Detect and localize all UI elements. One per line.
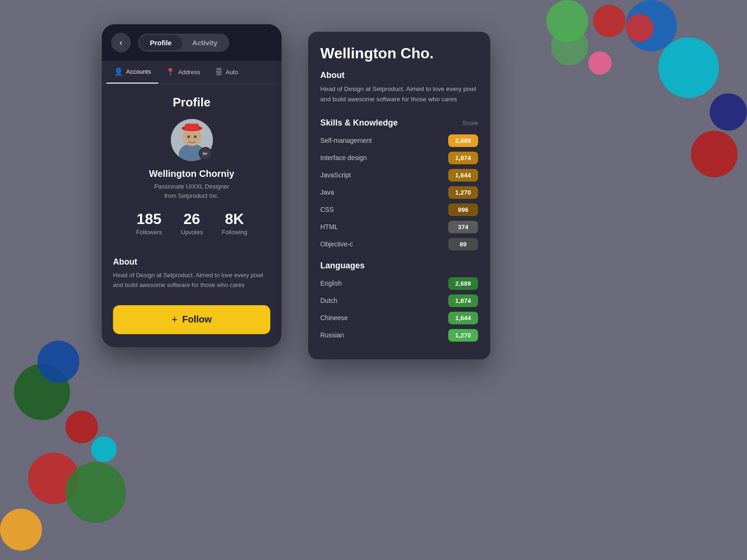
language-score: 2,689 <box>448 277 478 290</box>
stat-upvotes: 26 Upvotes <box>181 210 203 236</box>
skill-score: 1,644 <box>448 169 478 182</box>
skills-title: Skills & Knowledge <box>320 118 398 128</box>
tab-group: Profile Activity <box>138 34 229 52</box>
skill-bar: 1,644 <box>381 169 478 182</box>
skill-bar: 996 <box>381 203 478 216</box>
skill-name: Java <box>320 189 381 196</box>
svg-point-5 <box>187 135 190 138</box>
profile-name: Wellington Chorniy <box>113 168 270 179</box>
skill-name: Interface design <box>320 154 381 161</box>
skill-name: Self-management <box>320 137 381 144</box>
profile-bio: Passionate UIXXL Designer from Setproduc… <box>113 182 270 200</box>
skills-header: Skills & Knowledge Score <box>320 118 478 128</box>
svg-rect-4 <box>185 124 199 130</box>
skill-bar: 1,874 <box>381 152 478 164</box>
skill-score: 1,874 <box>448 152 478 164</box>
language-row: English 2,689 <box>320 277 478 290</box>
skill-row: HTML 374 <box>320 221 478 233</box>
skill-row: Java 1,270 <box>320 186 478 199</box>
avatar-wrap: ✏ <box>171 119 213 161</box>
skill-name: Objective-c <box>320 240 381 248</box>
skills-list: Self-management 2,689 Interface design 1… <box>320 134 478 251</box>
followers-label: Followers <box>136 229 162 236</box>
skill-score: 89 <box>448 238 478 251</box>
about-section: About Head of Design at Setproduct. Aime… <box>102 257 282 300</box>
svg-point-6 <box>194 135 197 138</box>
skill-score: 996 <box>448 203 478 216</box>
skill-score: 374 <box>448 221 478 233</box>
skill-row: CSS 996 <box>320 203 478 216</box>
following-count: 8K <box>222 210 247 228</box>
profile-section: Profile <box>102 84 282 257</box>
skill-name: JavaScript <box>320 171 381 179</box>
language-name: Chineese <box>320 314 367 322</box>
stats-row: 185 Followers 26 Upvotes 8K Following <box>113 210 270 236</box>
edit-avatar-button[interactable]: ✏ <box>199 147 212 160</box>
nav-tab-address[interactable]: 📍 Address <box>158 61 208 84</box>
languages-list: English 2,689 Dutch 1,874 Chineese 1,644… <box>320 277 478 342</box>
tab-profile[interactable]: Profile <box>140 35 182 50</box>
language-name: Russian <box>320 331 367 339</box>
skill-row: Self-management 2,689 <box>320 134 478 147</box>
tab-activity[interactable]: Activity <box>182 35 228 50</box>
following-label: Following <box>222 229 247 236</box>
nav-tab-auto[interactable]: 🗄 Auto <box>208 61 246 84</box>
upvotes-label: Upvotes <box>181 229 203 236</box>
language-row: Dutch 1,874 <box>320 294 478 307</box>
nav-tabs: 👤 Accounts 📍 Address 🗄 Auto <box>102 61 282 84</box>
panel-about-text: Head of Design at Setproduct. Aimed to l… <box>320 84 478 105</box>
skill-score: 2,689 <box>448 134 478 147</box>
right-panel: Wellington Cho. About Head of Design at … <box>308 32 490 359</box>
language-score: 1,874 <box>448 294 478 307</box>
skill-bar: 374 <box>381 221 478 233</box>
follow-plus-icon: + <box>171 314 177 326</box>
about-text: Head of Design at Setproduct. Aimed to l… <box>113 271 270 290</box>
nav-tab-auto-label: Auto <box>226 69 238 76</box>
language-row: Russian 1,270 <box>320 329 478 342</box>
skill-row: Objective-c 89 <box>320 238 478 251</box>
profile-title: Profile <box>113 95 270 110</box>
skill-name: CSS <box>320 206 381 213</box>
language-row: Chineese 1,644 <box>320 312 478 324</box>
score-label: Score <box>462 119 478 126</box>
language-name: Dutch <box>320 297 367 304</box>
skill-name: HTML <box>320 223 381 231</box>
skill-row: Interface design 1,874 <box>320 152 478 164</box>
address-icon: 📍 <box>166 68 175 77</box>
follow-button[interactable]: + Follow <box>113 305 270 334</box>
language-name: English <box>320 280 367 287</box>
edit-icon: ✏ <box>203 150 208 157</box>
upvotes-count: 26 <box>181 210 203 228</box>
back-button[interactable]: ‹ <box>111 33 131 52</box>
skill-bar: 2,689 <box>381 134 478 147</box>
languages-title: Languages <box>320 261 478 271</box>
auto-icon: 🗄 <box>215 68 223 77</box>
language-score: 1,644 <box>448 312 478 324</box>
languages-section: Languages English 2,689 Dutch 1,874 Chin… <box>320 261 478 342</box>
panel-username: Wellington Cho. <box>320 45 478 62</box>
skill-score: 1,270 <box>448 186 478 199</box>
follow-label: Follow <box>182 314 211 325</box>
stat-followers: 185 Followers <box>136 210 162 236</box>
phone-card: ‹ Profile Activity 👤 Accounts 📍 Address … <box>102 24 282 347</box>
panel-about-title: About <box>320 70 478 80</box>
nav-tab-accounts[interactable]: 👤 Accounts <box>106 61 158 84</box>
accounts-icon: 👤 <box>114 67 123 76</box>
nav-tab-address-label: Address <box>178 69 200 76</box>
about-title: About <box>113 257 270 267</box>
phone-header: ‹ Profile Activity <box>102 24 282 61</box>
language-score: 1,270 <box>448 329 478 342</box>
back-icon: ‹ <box>120 38 122 48</box>
skill-row: JavaScript 1,644 <box>320 169 478 182</box>
skill-bar: 1,270 <box>381 186 478 199</box>
nav-tab-accounts-label: Accounts <box>126 68 151 75</box>
followers-count: 185 <box>136 210 162 228</box>
skill-bar: 89 <box>381 238 478 251</box>
stat-following: 8K Following <box>222 210 247 236</box>
